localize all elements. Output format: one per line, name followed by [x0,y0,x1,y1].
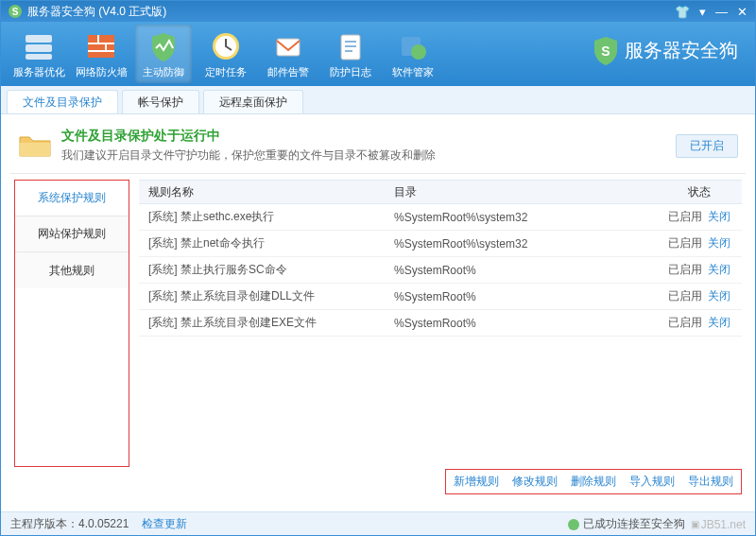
toolbar-log[interactable]: 防护日志 [322,25,379,83]
action-export[interactable]: 导出规则 [688,474,733,490]
minimize-button[interactable]: — [715,5,728,19]
cell-status: 已启用关闭 [657,262,742,278]
svg-rect-7 [105,43,107,50]
cell-dir: %SystemRoot%\system32 [394,211,657,224]
svg-rect-1 [26,44,52,52]
content-area: 文件及目录保护处于运行中 我们建议开启目录文件守护功能，保护您重要的文件与目录不… [1,114,755,511]
subtab-file-protect[interactable]: 文件及目录保护 [7,90,118,113]
banner-desc: 我们建议开启目录文件守护功能，保护您重要的文件与目录不被篡改和删除 [61,147,436,164]
app-title: 服务器安全狗 (V4.0 正式版) [27,4,166,20]
software-icon [396,29,430,63]
cell-dir: %SystemRoot% [394,264,657,277]
svg-rect-14 [345,50,352,52]
close-rule-link[interactable]: 关闭 [708,210,730,223]
subtab-account-protect[interactable]: 帐号保护 [122,90,199,113]
table-row[interactable]: [系统] 禁止net命令执行%SystemRoot%\system32已启用关闭 [139,231,742,257]
server-icon [22,29,56,63]
svg-rect-13 [345,45,356,47]
svg-rect-0 [26,35,52,43]
clock-icon [209,29,243,63]
toolbar-label: 邮件告警 [267,65,309,79]
toolbar-label: 定时任务 [205,65,247,79]
cell-name: [系统] 禁止net命令执行 [139,235,394,251]
subtab-bar: 文件及目录保护 帐号保护 远程桌面保护 [1,86,755,114]
cell-name: [系统] 禁止sethc.exe执行 [139,209,394,225]
banner-title: 文件及目录保护处于运行中 [61,128,436,145]
toolbar-mail[interactable]: 邮件告警 [260,25,317,83]
cell-name: [系统] 禁止执行服务SC命令 [139,262,394,278]
status-toggle-button[interactable]: 已开启 [676,134,738,158]
toolbar-firewall[interactable]: 网络防火墙 [73,25,129,83]
cell-name: [系统] 禁止系统目录创建EXE文件 [139,315,394,331]
svg-rect-5 [88,50,114,52]
toolbar-label: 主动防御 [143,65,184,79]
brand-area: S 服务器安全狗 [593,35,738,65]
toolbar-server-opt[interactable]: 服务器优化 [10,25,67,83]
svg-rect-6 [97,35,99,43]
table-row[interactable]: [系统] 禁止执行服务SC命令%SystemRoot%已启用关闭 [139,257,742,284]
cell-status: 已启用关闭 [657,288,742,304]
version-label: 主程序版本：4.0.05221 [10,516,129,532]
svg-point-16 [411,44,426,60]
svg-rect-10 [277,39,300,56]
close-rule-link[interactable]: 关闭 [708,316,730,329]
toolbar-label: 服务器优化 [13,65,65,79]
svg-rect-3 [88,35,114,58]
cell-dir: %SystemRoot% [394,317,657,330]
toolbar-label: 网络防火墙 [76,65,128,79]
shirt-icon[interactable]: 👕 [675,5,690,19]
cell-name: [系统] 禁止系统目录创建DLL文件 [139,288,394,304]
status-banner: 文件及目录保护处于运行中 我们建议开启目录文件守护功能，保护您重要的文件与目录不… [10,114,746,174]
header-name[interactable]: 规则名称 [139,184,394,200]
rule-category-nav: 系统保护规则 网站保护规则 其他规则 [14,180,129,467]
header-dir[interactable]: 目录 [394,184,657,200]
status-dot-icon [568,519,579,530]
svg-rect-18 [20,143,50,156]
toolbar-schedule[interactable]: 定时任务 [198,25,254,83]
nav-site-rules[interactable]: 网站保护规则 [15,216,129,252]
watermark: ▣JB51.net [691,518,746,531]
cell-status: 已启用关闭 [657,315,742,331]
cell-dir: %SystemRoot% [394,290,657,303]
log-icon [334,29,368,63]
status-bar: 主程序版本：4.0.05221 检查更新 已成功连接至安全狗 ▣JB51.net [1,511,755,536]
action-add[interactable]: 新增规则 [454,474,499,490]
mail-icon [271,29,305,63]
action-import[interactable]: 导入规则 [629,474,675,490]
toolbar-label: 防护日志 [330,65,371,79]
folder-icon [18,131,52,160]
close-button[interactable]: ✕ [737,5,747,19]
table-header: 规则名称 目录 状态 [139,180,742,204]
connection-status: 已成功连接至安全狗 [568,516,685,532]
shield-defense-icon [146,29,180,63]
svg-rect-2 [26,54,52,60]
svg-text:S: S [601,43,610,59]
brand-text: 服务器安全狗 [625,38,738,63]
svg-rect-12 [345,41,356,43]
app-logo-icon: S [9,5,22,18]
cell-status: 已启用关闭 [657,235,742,251]
subtab-remote-protect[interactable]: 远程桌面保护 [203,90,303,113]
firewall-icon [84,29,118,63]
main-toolbar: 服务器优化 网络防火墙 主动防御 定时任务 邮件告警 防护日志 软件管家 S 服… [1,22,755,86]
toolbar-defense[interactable]: 主动防御 [135,25,192,83]
menu-icon[interactable]: ▾ [699,5,706,19]
table-row[interactable]: [系统] 禁止sethc.exe执行%SystemRoot%\system32已… [139,204,742,231]
close-rule-link[interactable]: 关闭 [708,236,730,250]
brand-shield-icon: S [593,35,619,65]
check-update-link[interactable]: 检查更新 [142,516,187,532]
nav-system-rules[interactable]: 系统保护规则 [15,181,129,216]
table-row[interactable]: [系统] 禁止系统目录创建EXE文件%SystemRoot%已启用关闭 [139,310,742,337]
action-edit[interactable]: 修改规则 [512,474,558,490]
toolbar-software[interactable]: 软件管家 [385,25,441,83]
close-rule-link[interactable]: 关闭 [708,263,730,276]
nav-other-rules[interactable]: 其他规则 [15,252,129,288]
svg-rect-4 [88,43,114,44]
table-row[interactable]: [系统] 禁止系统目录创建DLL文件%SystemRoot%已启用关闭 [139,284,742,310]
header-status[interactable]: 状态 [657,184,742,200]
action-delete[interactable]: 删除规则 [571,474,616,490]
connection-text: 已成功连接至安全狗 [583,516,685,532]
toolbar-label: 软件管家 [392,65,434,79]
close-rule-link[interactable]: 关闭 [708,289,730,303]
cell-status: 已启用关闭 [657,209,742,225]
